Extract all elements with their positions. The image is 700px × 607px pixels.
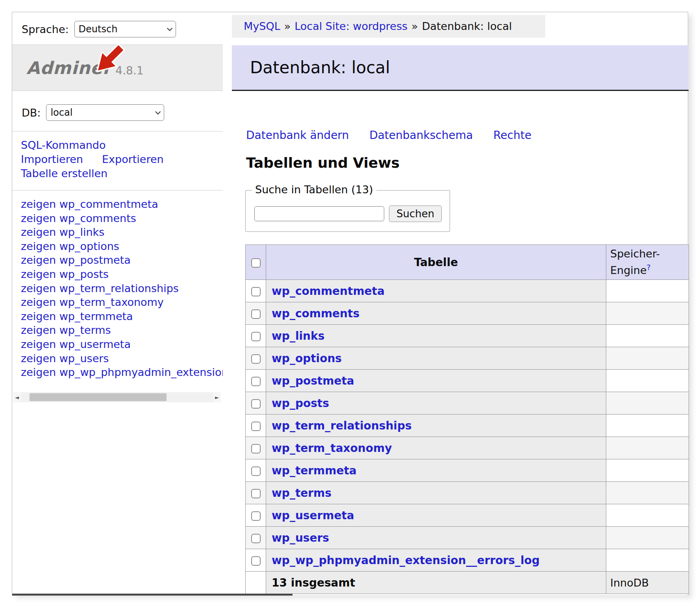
engine-cell [606, 280, 689, 302]
row-checkbox[interactable] [251, 534, 261, 543]
table-name-cell: wp_usermeta [266, 504, 606, 527]
sidebar-table-link[interactable]: wp_usermeta [59, 338, 131, 350]
row-checkbox[interactable] [251, 309, 261, 319]
row-checkbox[interactable] [251, 354, 261, 364]
table-name-link[interactable]: wp_options [272, 352, 342, 365]
page-title: Datenbank: local [232, 45, 689, 91]
sidebar-divider [12, 131, 223, 131]
sidebar-table-entry: zeigen wp_options [21, 239, 223, 254]
show-table-link[interactable]: zeigen [21, 212, 56, 224]
sidebar-horizontal-scrollbar[interactable]: ◄ ► [13, 392, 221, 402]
import-link[interactable]: Importieren [21, 153, 83, 165]
table-name-link[interactable]: wp_comments [272, 307, 359, 320]
sidebar-table-link[interactable]: wp_term_relationships [59, 282, 179, 294]
show-table-link[interactable]: zeigen [21, 296, 56, 308]
table-name-link[interactable]: wp_links [272, 329, 324, 342]
scrollbar-thumb[interactable] [30, 393, 167, 401]
row-checkbox[interactable] [251, 332, 261, 341]
show-table-link[interactable]: zeigen [21, 338, 56, 350]
search-button[interactable]: Suchen [389, 205, 442, 222]
sidebar-table-link[interactable]: wp_links [59, 226, 105, 238]
sidebar-table-link[interactable]: wp_commentmeta [59, 198, 158, 210]
table-name-cell: wp_terms [266, 482, 606, 504]
language-label: Sprache: [22, 23, 69, 35]
table-name-link[interactable]: wp_terms [272, 487, 331, 500]
table-row: wp_links [246, 325, 689, 347]
table-name-link[interactable]: wp_term_relationships [272, 419, 412, 432]
database-action-links: Datenbank ändern Datenbankschema Rechte [246, 129, 531, 142]
table-name-link[interactable]: wp_postmeta [272, 374, 354, 387]
row-checkbox[interactable] [251, 399, 261, 409]
show-table-link[interactable]: zeigen [21, 240, 56, 252]
engine-cell [606, 347, 689, 370]
row-checkbox-cell [246, 482, 266, 504]
row-checkbox[interactable] [251, 489, 261, 498]
scrollbar-track[interactable] [21, 392, 213, 402]
total-count: 13 insgesamt [266, 572, 606, 594]
show-table-link[interactable]: zeigen [21, 366, 56, 378]
page-bottom-border [12, 594, 293, 596]
sidebar-table-link[interactable]: wp_termmeta [59, 310, 133, 322]
alter-database-link[interactable]: Datenbank ändern [246, 129, 349, 142]
show-table-link[interactable]: zeigen [21, 310, 56, 322]
sidebar-table-link[interactable]: wp_posts [59, 268, 109, 280]
table-name-cell: wp_comments [266, 302, 606, 325]
table-name-link[interactable]: wp_termmeta [272, 464, 357, 477]
row-checkbox[interactable] [251, 287, 261, 296]
show-table-link[interactable]: zeigen [21, 352, 56, 365]
show-table-link[interactable]: zeigen [21, 282, 56, 294]
show-table-link[interactable]: zeigen [21, 198, 56, 210]
sidebar-table-link[interactable]: wp_options [59, 240, 119, 252]
show-table-link[interactable]: zeigen [21, 226, 56, 238]
sidebar-table-link[interactable]: wp_terms [59, 324, 111, 336]
engine-help-link[interactable]: ? [647, 263, 651, 272]
export-link[interactable]: Exportieren [102, 153, 164, 165]
sidebar-table-link[interactable]: wp_postmeta [59, 254, 131, 266]
row-checkbox[interactable] [251, 444, 261, 453]
breadcrumb-mysql-link[interactable]: MySQL [244, 20, 280, 32]
select-all-checkbox[interactable] [251, 258, 261, 268]
row-checkbox[interactable] [251, 466, 261, 476]
show-table-link[interactable]: zeigen [21, 324, 56, 336]
sql-command-link[interactable]: SQL-Kommando [21, 139, 106, 151]
row-checkbox-cell [246, 392, 266, 415]
create-table-link[interactable]: Tabelle erstellen [21, 167, 107, 180]
engine-cell [606, 482, 689, 504]
sidebar-table-link[interactable]: wp_comments [59, 212, 136, 224]
sidebar-table-entry: zeigen wp_posts [21, 267, 223, 281]
table-name-link[interactable]: wp_commentmeta [272, 285, 385, 298]
row-checkbox[interactable] [251, 422, 261, 431]
show-table-link[interactable]: zeigen [21, 268, 56, 280]
row-checkbox[interactable] [251, 511, 261, 521]
row-checkbox-cell [246, 459, 266, 482]
sidebar-table-link[interactable]: wp_term_taxonomy [59, 296, 164, 308]
table-name-link[interactable]: wp_term_taxonomy [272, 442, 392, 455]
row-checkbox[interactable] [251, 556, 261, 566]
table-name-link[interactable]: wp_usermeta [272, 509, 354, 522]
row-checkbox[interactable] [251, 377, 261, 386]
engine-cell [606, 392, 689, 415]
table-name-link[interactable]: wp_wp_phpmyadmin_extension__errors_log [272, 554, 540, 567]
sidebar-table-link[interactable]: wp_users [59, 352, 109, 365]
sidebar-table-entry: zeigen wp_termmeta [21, 309, 223, 324]
show-table-link[interactable]: zeigen [21, 254, 56, 266]
red-arrow-annotation-icon [86, 40, 133, 78]
table-name-link[interactable]: wp_users [272, 531, 329, 544]
search-input[interactable] [254, 206, 384, 221]
engine-cell [606, 415, 689, 437]
language-select[interactable]: Deutsch [74, 21, 176, 37]
tables-table: Tabelle Speicher-Engine? wp_commentmetaw… [245, 244, 689, 594]
scroll-right-button[interactable]: ► [213, 392, 221, 402]
table-name-cell: wp_links [266, 325, 606, 347]
db-select[interactable]: local [46, 104, 164, 121]
chevron-down-icon [167, 26, 172, 31]
db-selector-row: DB: local [22, 104, 164, 121]
sidebar-table-entry: zeigen wp_term_relationships [21, 281, 223, 296]
privileges-link[interactable]: Rechte [493, 129, 531, 142]
database-schema-link[interactable]: Datenbankschema [369, 129, 473, 142]
sidebar-table-link[interactable]: wp_wp_phpmyadmin_extension__errors_log [59, 366, 223, 378]
tables-tbody: wp_commentmetawp_commentswp_linkswp_opti… [246, 280, 689, 572]
table-name-link[interactable]: wp_posts [272, 397, 329, 410]
breadcrumb-site-link[interactable]: Local Site: wordpress [294, 20, 407, 32]
scroll-left-button[interactable]: ◄ [13, 392, 21, 402]
